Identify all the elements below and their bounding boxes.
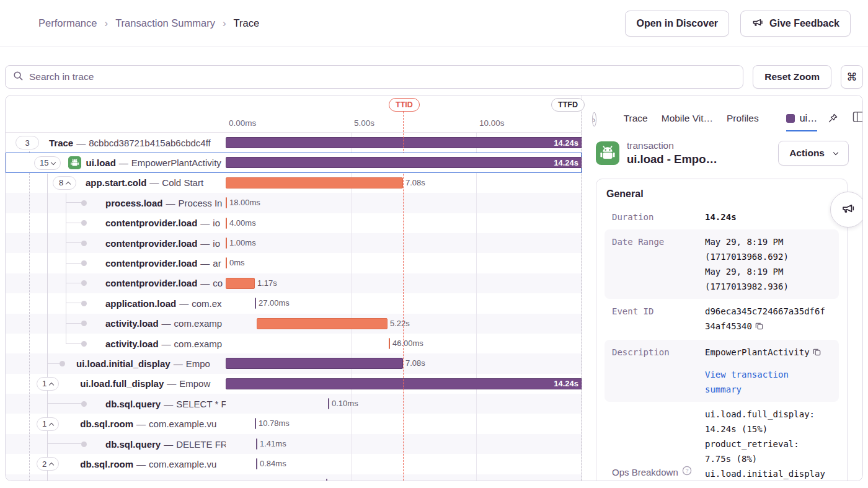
span-children-count-pill[interactable]: 15 [34, 156, 61, 170]
tab-trace[interactable]: Trace [624, 113, 648, 131]
copy-icon[interactable] [812, 346, 822, 361]
megaphone-icon [751, 16, 764, 31]
span-duration-bar[interactable]: 14.24s [226, 137, 582, 148]
span-duration-bar[interactable] [256, 458, 257, 469]
span-duration-bar[interactable] [226, 278, 255, 289]
tab-ui-load-active[interactable]: ui… [786, 113, 817, 131]
span-row[interactable]: 3Trace—8cbbcd38721b415ab6cbdc4ff14.24s [6, 133, 582, 153]
span-duration-bar[interactable]: 14.24s [226, 157, 582, 168]
span-duration-cell: 0ms [226, 253, 582, 273]
span-tree-cell: contentprovider.load—io [6, 233, 226, 253]
help-icon[interactable]: ? [682, 465, 692, 480]
duration-label: 1.17s [257, 278, 277, 288]
general-section: General Duration14.24sDate RangeMay 29, … [596, 179, 848, 481]
feedback-fab[interactable] [830, 192, 862, 228]
span-children-count-pill[interactable]: 8 [53, 176, 76, 190]
span-duration-bar[interactable] [226, 197, 227, 208]
span-row[interactable]: contentprovider.load—io4.00ms [6, 213, 582, 233]
span-duration-bar[interactable] [389, 338, 390, 349]
view-transaction-summary-link[interactable]: View transaction summary [705, 367, 828, 397]
span-row[interactable]: contentprovider.load—ar0ms [6, 253, 582, 273]
leaf-connector-dot [81, 341, 87, 347]
layout-left-panel-icon[interactable] [852, 111, 862, 125]
span-row[interactable]: 15ui.load—EmpowerPlantActivity14.24s [6, 153, 582, 172]
span-separator: — [200, 218, 210, 228]
span-duration-bar[interactable] [226, 257, 227, 268]
span-separator: — [164, 439, 173, 450]
span-row[interactable]: db.sql.query—DELETE FR1.41ms [6, 434, 582, 454]
span-duration-bar[interactable] [328, 398, 329, 409]
span-op-label: application.load [105, 298, 176, 309]
span-op-label: ui.load.full_display [80, 378, 164, 389]
reset-zoom-button[interactable]: Reset Zoom [753, 65, 831, 89]
duration-label: 14.24s [554, 138, 582, 148]
duration-label: 46.00ms [392, 339, 423, 348]
span-row[interactable]: 2db.sql.room—com.example.vu0.84ms [6, 454, 582, 474]
span-rows: 3Trace—8cbbcd38721b415ab6cbdc4ff14.24s15… [6, 133, 582, 481]
span-row[interactable]: db.sql.query—SELECT * F0.10ms [6, 394, 582, 414]
chevron-down-icon [833, 150, 838, 155]
axis-tick-label: 5.00s [354, 118, 374, 128]
general-row-duration: Duration14.24s [604, 205, 839, 229]
leaf-connector-dot [81, 401, 87, 407]
kv-value: May 29, 8:19 PM (1717013968.692) May 29,… [705, 234, 828, 294]
span-row[interactable]: process.load—Process In18.00ms [6, 193, 582, 213]
span-op-label: Trace [49, 138, 73, 148]
breadcrumb-transaction-summary[interactable]: Transaction Summary [115, 17, 215, 29]
span-tree-cell: db.sql.query—INSERT OR [6, 474, 226, 481]
collapse-drawer-icon[interactable]: › [592, 112, 596, 126]
keyboard-shortcuts-button[interactable]: ⌘ [841, 65, 863, 89]
transaction-title: ui.load - Empo… [627, 153, 717, 166]
ttid-marker-pill[interactable]: TTID [389, 98, 420, 112]
span-separator: — [76, 138, 86, 148]
span-description: 8cbbcd38721b415ab6cbdc4ff [89, 138, 211, 148]
span-duration-bar[interactable] [226, 358, 403, 369]
span-duration-bar[interactable] [255, 298, 256, 309]
leaf-connector-dot [60, 361, 65, 366]
span-duration-bar[interactable]: 14.24s [226, 378, 582, 389]
span-row[interactable]: activity.load—com.examp46.00ms [6, 334, 582, 353]
span-row[interactable]: 1ui.load.full_display—Empow14.24s [6, 374, 582, 394]
transaction-kicker: transaction [627, 140, 717, 151]
span-children-count-pill[interactable]: 1 [37, 377, 59, 391]
tab-profiles[interactable]: Profiles [727, 113, 759, 131]
span-separator: — [200, 238, 210, 249]
span-duration-bar[interactable] [256, 438, 257, 450]
span-children-count-pill[interactable]: 3 [16, 136, 39, 149]
duration-label: 0.10ms [332, 399, 358, 408]
span-row[interactable]: contentprovider.load—io1.00ms [6, 233, 582, 253]
search-input[interactable] [29, 71, 735, 82]
span-description: com.examp [174, 339, 223, 349]
span-separator: — [136, 419, 146, 429]
give-feedback-button[interactable]: Give Feedback [740, 11, 851, 37]
span-duration-cell: 1.17s [226, 273, 582, 293]
span-row[interactable]: activity.load—com.examp5.22s [6, 314, 582, 334]
pin-tab-icon[interactable] [827, 112, 839, 131]
span-duration-bar[interactable] [226, 177, 403, 189]
breadcrumb-performance[interactable]: Performance [38, 17, 97, 29]
open-in-discover-button[interactable]: Open in Discover [625, 11, 729, 37]
span-children-count-pill[interactable]: 2 [37, 457, 59, 471]
span-children-count-pill[interactable]: 1 [37, 417, 59, 431]
span-duration-bar[interactable] [255, 418, 256, 429]
search-box[interactable] [5, 65, 743, 89]
span-row[interactable]: 1db.sql.room—com.example.vu10.78ms [6, 414, 582, 433]
duration-label: 18.00ms [229, 198, 260, 207]
ttfd-marker-pill[interactable]: TTFD [551, 98, 585, 112]
tab-mobile-vitals[interactable]: Mobile Vit… [662, 113, 713, 131]
span-description: Process In [179, 198, 223, 208]
actions-button[interactable]: Actions [778, 141, 849, 166]
span-separator: — [174, 358, 183, 369]
span-row[interactable]: application.load—com.ex27.00ms [6, 293, 582, 313]
span-row[interactable]: 8app.start.cold—Cold Start7.08s [6, 173, 582, 193]
axis-tick-label: 10.00s [479, 118, 505, 128]
span-duration-bar[interactable] [226, 218, 227, 229]
span-op-label: ui.load [86, 157, 115, 168]
span-row[interactable]: ui.load.initial_display—Empo7.08s [6, 353, 582, 373]
copy-icon[interactable] [755, 320, 764, 335]
span-duration-bar[interactable] [226, 237, 227, 249]
span-duration-bar[interactable] [326, 479, 327, 481]
span-duration-bar[interactable] [257, 318, 388, 329]
span-row[interactable]: contentprovider.load—co1.17s [6, 273, 582, 293]
span-row[interactable]: db.sql.query—INSERT OR0.70ms [6, 474, 582, 481]
